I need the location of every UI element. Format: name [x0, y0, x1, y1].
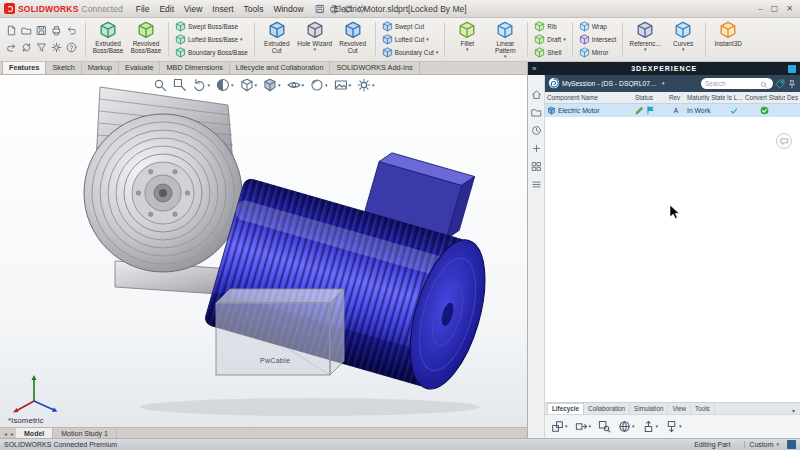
- plus-icon[interactable]: [531, 143, 542, 154]
- help-icon[interactable]: [66, 42, 77, 53]
- tag-icon[interactable]: [775, 79, 785, 89]
- component-row[interactable]: Electric MotorAIn Work: [545, 104, 800, 117]
- panel-tab-view[interactable]: View: [668, 404, 691, 414]
- column-header-component-name[interactable]: Component Name: [545, 94, 633, 101]
- column-header-rev[interactable]: Rev: [667, 94, 685, 101]
- extruded-cut-button[interactable]: Extruded Cut: [258, 19, 296, 60]
- parts-stack-button[interactable]: ▾: [551, 420, 568, 433]
- maximize-button[interactable]: ▢: [771, 4, 779, 13]
- graphics-area[interactable]: ▾▾▾▾▾▾▾▾ PwCable *Isometric: [0, 75, 527, 427]
- tab-lifecycle-and-collaboration[interactable]: Lifecycle and Collaboration: [230, 62, 331, 74]
- extruded-boss-base-button[interactable]: Extruded Boss/Base: [89, 19, 127, 60]
- swept-boss-base-button[interactable]: Swept Boss/Base: [175, 21, 248, 32]
- undo-icon[interactable]: [66, 25, 77, 36]
- tab-solidworks-add-ins[interactable]: SOLIDWORKS Add-Ins: [330, 62, 419, 74]
- draft-button[interactable]: Draft▾: [534, 34, 565, 45]
- save-icon[interactable]: [36, 25, 47, 36]
- menu-view[interactable]: View: [179, 2, 207, 16]
- box-down-arrow-button[interactable]: ▾: [665, 420, 682, 433]
- referenc-button[interactable]: Referenc...▾: [626, 19, 664, 60]
- box-arrow-right-button[interactable]: ▾: [575, 420, 592, 433]
- column-header-is-l[interactable]: Is L...: [725, 94, 743, 101]
- pin-icon[interactable]: [787, 79, 797, 89]
- tab-sketch[interactable]: Sketch: [46, 62, 81, 74]
- scroll-tabs-right-icon[interactable]: ▸: [9, 430, 16, 437]
- fillet-button[interactable]: Fillet▾: [448, 19, 486, 60]
- 3dexperience-badge-icon[interactable]: [788, 65, 796, 73]
- model-tab-model[interactable]: Model: [16, 428, 53, 438]
- print-icon[interactable]: [51, 25, 62, 36]
- hide-show-button[interactable]: ▾: [284, 77, 308, 93]
- options-icon[interactable]: [51, 42, 62, 53]
- linear-pattern-button[interactable]: Linear Pattern▾: [486, 19, 524, 60]
- menu-insert[interactable]: Insert: [207, 2, 238, 16]
- tab-evaluate[interactable]: Evaluate: [119, 62, 160, 74]
- column-header-convert-status[interactable]: Convert Status: [743, 94, 785, 101]
- column-header-status[interactable]: Status: [633, 94, 667, 101]
- lofted-cut-button[interactable]: Lofted Cut▾: [382, 34, 439, 45]
- globe-gear-button[interactable]: ▾: [618, 420, 635, 433]
- hole-wizard-button[interactable]: Hole Wizard▾: [296, 19, 334, 60]
- session-selector[interactable]: MySession - (DS - DSQRL070 - E: [562, 80, 660, 87]
- lofted-boss-base-button[interactable]: Lofted Boss/Base▾: [175, 34, 248, 45]
- units-selector[interactable]: Custom ▾: [744, 441, 783, 448]
- model-tab-motion-study-1[interactable]: Motion Study 1: [53, 428, 117, 438]
- box-up-arrow-button[interactable]: ▾: [642, 420, 659, 433]
- boundary-cut-button[interactable]: Boundary Cut▾: [382, 47, 439, 58]
- wrap-button[interactable]: Wrap: [579, 21, 617, 32]
- panel-tab-simulation[interactable]: Simulation: [630, 404, 668, 414]
- scroll-tabs-left-icon[interactable]: ◂: [2, 430, 9, 437]
- display-style-button[interactable]: ▾: [260, 77, 284, 93]
- menu-file[interactable]: File: [131, 2, 155, 16]
- tab-features[interactable]: Features: [2, 61, 46, 74]
- 3d-model-electric-motor[interactable]: [0, 75, 527, 427]
- zoom-fit-button[interactable]: [149, 77, 169, 93]
- panel-tab-tools[interactable]: Tools: [691, 404, 715, 414]
- swept-cut-button[interactable]: Swept Cut: [382, 21, 439, 32]
- panel-tab-lifecycle[interactable]: Lifecycle: [547, 403, 584, 414]
- zoom-area-button[interactable]: [169, 77, 189, 93]
- home-icon[interactable]: [531, 89, 542, 100]
- collapse-panel-button[interactable]: »: [532, 64, 536, 73]
- search-box[interactable]: [701, 78, 773, 89]
- edit-appearance-button[interactable]: ▾: [307, 77, 331, 93]
- shell-button[interactable]: Shell: [534, 47, 565, 58]
- section-view-button[interactable]: ▾: [213, 77, 237, 93]
- grid-icon[interactable]: [531, 161, 542, 172]
- minimize-button[interactable]: –: [758, 4, 762, 13]
- view-orientation-button[interactable]: ▾: [236, 77, 260, 93]
- rib-button[interactable]: Rib: [534, 21, 565, 32]
- compass-icon[interactable]: [548, 77, 560, 89]
- previous-view-button[interactable]: ▾: [189, 77, 213, 93]
- open-icon[interactable]: [21, 25, 32, 36]
- menu-tools[interactable]: Tools: [239, 2, 269, 16]
- intersect-button[interactable]: Intersect: [579, 34, 617, 45]
- close-button[interactable]: ✕: [786, 4, 793, 13]
- tab-markup[interactable]: Markup: [82, 62, 119, 74]
- box-magnifier-button[interactable]: [598, 420, 611, 433]
- chat-bubble-button[interactable]: [776, 133, 792, 149]
- column-header-maturity-state[interactable]: Maturity State: [685, 94, 725, 101]
- boundary-boss-base-button[interactable]: Boundary Boss/Base: [175, 47, 248, 58]
- search-icon[interactable]: [760, 81, 768, 89]
- chevron-down-icon[interactable]: ▾: [792, 407, 798, 414]
- search-input[interactable]: [705, 80, 759, 87]
- tab-mbd-dimensions[interactable]: MBD Dimensions: [160, 62, 229, 74]
- revolved-cut-button[interactable]: Revolved Cut: [334, 19, 372, 60]
- folder-icon[interactable]: [531, 107, 542, 118]
- view-settings-button[interactable]: ▾: [354, 77, 378, 93]
- column-header-des[interactable]: Des: [785, 94, 800, 101]
- redo-icon[interactable]: [6, 42, 17, 53]
- new-document-icon[interactable]: [6, 25, 17, 36]
- panel-tab-collaboration[interactable]: Collaboration: [584, 404, 630, 414]
- rebuild-icon[interactable]: [21, 42, 32, 53]
- apply-scene-button[interactable]: ▾: [331, 77, 355, 93]
- menu-window[interactable]: Window: [268, 2, 308, 16]
- menu-edit[interactable]: Edit: [154, 2, 179, 16]
- menu-lines-icon[interactable]: [531, 179, 542, 190]
- instant3d-button[interactable]: Instant3D: [709, 19, 747, 60]
- save-icon[interactable]: [315, 4, 325, 14]
- curves-button[interactable]: Curves▾: [664, 19, 702, 60]
- revolved-boss-base-button[interactable]: Revolved Boss/Base: [127, 19, 165, 60]
- selection-filter-icon[interactable]: [36, 42, 47, 53]
